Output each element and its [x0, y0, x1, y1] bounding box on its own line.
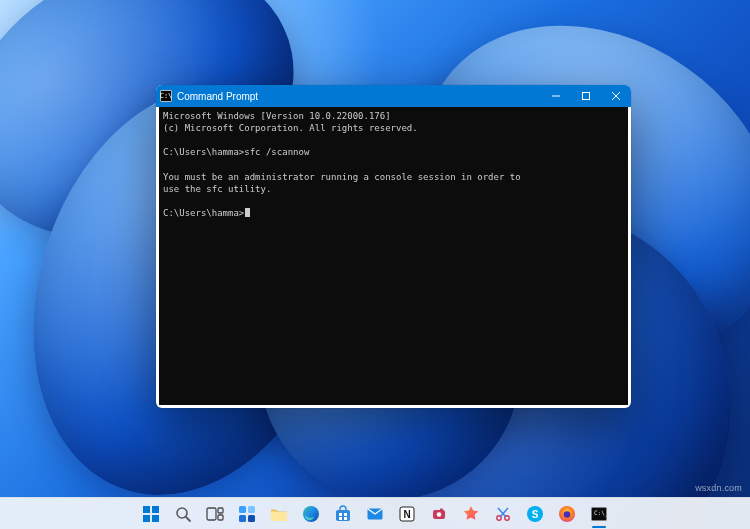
terminal-area[interactable]: Microsoft Windows [Version 10.0.22000.17…: [159, 107, 628, 405]
svg-text:S: S: [532, 508, 539, 519]
taskbar[interactable]: N: [0, 497, 750, 529]
cmd-icon: C:\: [160, 90, 172, 102]
taskbar-get-started[interactable]: [458, 501, 484, 527]
svg-rect-16: [248, 515, 255, 522]
terminal-output: use the sfc utility.: [163, 184, 271, 194]
svg-rect-15: [239, 515, 246, 522]
terminal-prompt: C:\Users\hamma>: [163, 147, 244, 157]
svg-text:C:\_: C:\_: [594, 509, 608, 517]
taskbar-file-explorer[interactable]: [266, 501, 292, 527]
svg-text:N: N: [403, 509, 410, 520]
taskbar-cmd[interactable]: C:\_: [586, 501, 612, 527]
minimize-icon: [551, 91, 561, 101]
taskbar-mail[interactable]: [362, 501, 388, 527]
svg-rect-13: [239, 506, 246, 513]
svg-point-28: [437, 512, 442, 517]
svg-rect-7: [152, 515, 159, 522]
store-icon: [334, 505, 352, 523]
taskbar-store[interactable]: [330, 501, 356, 527]
taskbar-search[interactable]: [170, 501, 196, 527]
skype-icon: S: [526, 505, 544, 523]
svg-rect-14: [248, 506, 255, 513]
svg-point-37: [564, 511, 571, 518]
terminal-line: Microsoft Windows [Version 10.0.22000.17…: [163, 111, 391, 121]
onenote-icon: N: [398, 505, 416, 523]
svg-rect-17: [271, 512, 287, 521]
edge-icon: [302, 505, 320, 523]
folder-icon: [270, 505, 288, 523]
close-button[interactable]: [601, 85, 631, 107]
taskbar-onenote[interactable]: N: [394, 501, 420, 527]
snip-icon: [494, 505, 512, 523]
svg-rect-5: [152, 506, 159, 513]
svg-rect-21: [344, 513, 347, 516]
cmd-taskbar-icon: C:\_: [590, 505, 608, 523]
widgets-icon: [238, 505, 256, 523]
taskbar-task-view[interactable]: [202, 501, 228, 527]
taskbar-skype[interactable]: S: [522, 501, 548, 527]
camera-icon: [430, 505, 448, 523]
search-icon: [174, 505, 192, 523]
terminal-command: sfc /scannow: [244, 147, 309, 157]
taskbar-edge[interactable]: [298, 501, 324, 527]
terminal-cursor: [245, 208, 250, 217]
mail-icon: [366, 505, 384, 523]
maximize-button[interactable]: [571, 85, 601, 107]
watermark: wsxdn.com: [695, 483, 742, 493]
svg-rect-1: [583, 93, 590, 100]
taskbar-widgets[interactable]: [234, 501, 260, 527]
titlebar[interactable]: C:\ Command Prompt: [156, 85, 631, 107]
svg-rect-4: [143, 506, 150, 513]
taskbar-start[interactable]: [138, 501, 164, 527]
windows-icon: [142, 505, 160, 523]
svg-rect-23: [344, 517, 347, 520]
svg-rect-10: [207, 508, 216, 520]
terminal-output: You must be an administrator running a c…: [163, 172, 521, 182]
firefox-icon: [558, 505, 576, 523]
desktop[interactable]: C:\ Command Prompt Microsoft Windows [Ve…: [0, 0, 750, 529]
svg-rect-12: [218, 515, 223, 520]
command-prompt-window[interactable]: C:\ Command Prompt Microsoft Windows [Ve…: [156, 85, 631, 408]
taskbar-camera[interactable]: [426, 501, 452, 527]
taskbar-snipping-tool[interactable]: [490, 501, 516, 527]
svg-rect-6: [143, 515, 150, 522]
minimize-button[interactable]: [541, 85, 571, 107]
terminal-line: (c) Microsoft Corporation. All rights re…: [163, 123, 418, 133]
svg-line-9: [186, 517, 190, 521]
svg-rect-29: [440, 508, 443, 510]
svg-rect-20: [339, 513, 342, 516]
window-title: Command Prompt: [177, 91, 258, 102]
svg-rect-11: [218, 508, 223, 513]
maximize-icon: [581, 91, 591, 101]
task-view-icon: [206, 505, 224, 523]
terminal-prompt: C:\Users\hamma>: [163, 208, 244, 218]
svg-rect-19: [336, 510, 350, 521]
close-icon: [611, 91, 621, 101]
taskbar-firefox[interactable]: [554, 501, 580, 527]
get-started-icon: [462, 505, 480, 523]
running-indicator: [592, 526, 606, 528]
svg-rect-22: [339, 517, 342, 520]
